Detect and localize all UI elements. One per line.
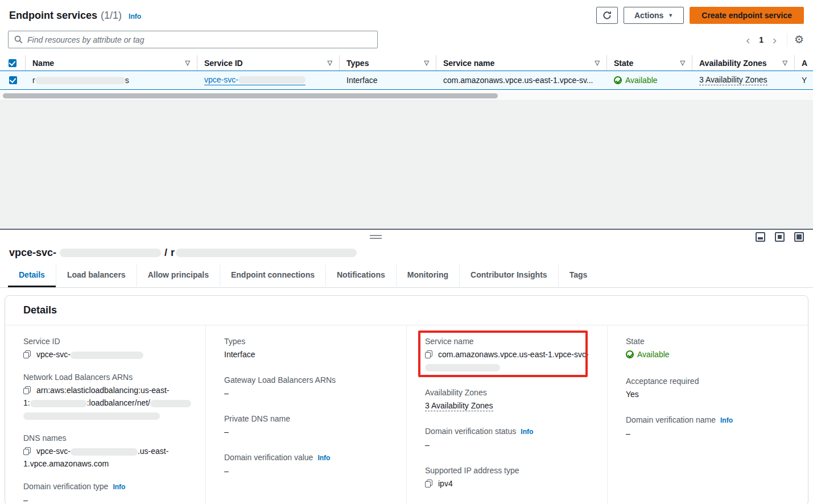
split-panel-drag-handle[interactable] [370, 235, 382, 239]
row-name-end: s [125, 76, 129, 85]
domain-verification-value-label: Domain verification valueInfo [224, 452, 394, 464]
prev-page-icon[interactable]: ‹ [742, 34, 753, 46]
create-endpoint-service-button[interactable]: Create endpoint service [690, 7, 804, 24]
tab-tags[interactable]: Tags [558, 265, 599, 287]
filter-icon[interactable]: ▽ [778, 59, 787, 67]
column-header-acceptance-label: A [802, 59, 807, 68]
current-page[interactable]: 1 [756, 35, 767, 44]
copy-icon[interactable] [425, 480, 432, 488]
column-header-acceptance[interactable]: A [795, 55, 813, 71]
available-check-icon [626, 350, 634, 358]
copy-icon[interactable] [23, 350, 31, 358]
row-checkbox[interactable] [9, 76, 17, 84]
service-name-value: com.amazonaws.vpce.us-east-1.vpce-svc- [425, 348, 595, 373]
filter-icon[interactable]: ▽ [676, 59, 685, 67]
panel-title-service-id: vpce-svc- [9, 247, 56, 259]
field-availability-zones: Availability Zones 3 Availability Zones [425, 387, 595, 412]
column-header-az-label: Availability Zones [699, 59, 767, 68]
domain-verification-name-text: Domain verification name [626, 415, 716, 424]
filter-icon[interactable]: ▽ [181, 59, 190, 67]
search-box[interactable] [8, 31, 378, 48]
glb-arns-value: – [224, 387, 394, 399]
panel-size-medium-icon[interactable] [775, 232, 785, 242]
tab-endpoint-connections[interactable]: Endpoint connections [220, 265, 325, 287]
service-id-link[interactable]: vpce-svc- [204, 75, 306, 85]
dns-name-end: .us-east- [138, 447, 168, 456]
service-id-value: vpce-svc- [23, 348, 193, 361]
details-card-header: Details [5, 296, 808, 325]
page-counter: (1/1) [101, 10, 122, 22]
filter-icon[interactable]: ▽ [323, 59, 332, 67]
next-page-icon[interactable]: › [769, 34, 780, 46]
table-settings-gear-icon[interactable]: ⚙ [794, 34, 804, 45]
info-link[interactable]: Info [113, 483, 125, 491]
redacted-text [71, 448, 138, 456]
row-service-name-cell: com.amazonaws.vpce.us-east-1.vpce-sv... [436, 76, 607, 85]
panel-title-separator: / [164, 247, 167, 259]
column-header-availability-zones[interactable]: Availability Zones ▽ [692, 55, 795, 71]
tab-load-balancers[interactable]: Load balancers [56, 265, 137, 287]
copy-icon[interactable] [23, 447, 31, 455]
copy-icon[interactable] [425, 350, 432, 358]
field-nlb-arns: Network Load Balancers ARNs arn:aws:elas… [23, 371, 193, 422]
split-panel-chrome [0, 230, 813, 245]
tab-notifications[interactable]: Notifications [325, 265, 396, 287]
dns-names-value: vpce-svc-.us-east- 1.vpce.amazonaws.com [23, 445, 193, 470]
redacted-text [176, 249, 357, 257]
refresh-icon [602, 11, 612, 20]
panel-size-large-icon[interactable] [794, 232, 804, 242]
tab-contributor-insights[interactable]: Contributor Insights [459, 265, 558, 287]
header-checkbox-cell [0, 55, 26, 71]
state-label: Available [625, 76, 658, 85]
info-link[interactable]: Info [521, 428, 533, 436]
column-header-service-name[interactable]: Service name ▽ [436, 55, 607, 71]
field-domain-verification-name: Domain verification nameInfo – [626, 414, 795, 440]
domain-verification-name-value: – [626, 427, 795, 440]
details-column-4: State Available Acceptance required Yes … [608, 325, 808, 504]
filter-icon[interactable]: ▽ [420, 59, 429, 67]
availability-zones-value: 3 Availability Zones [425, 399, 595, 412]
search-icon [14, 35, 23, 44]
page-info-link[interactable]: Info [129, 13, 141, 20]
supported-ip-label: Supported IP address type [425, 465, 595, 477]
details-card: Details Service ID vpce-svc- Network Loa… [5, 295, 808, 504]
column-header-state[interactable]: State ▽ [607, 55, 692, 71]
panel-size-controls [756, 232, 804, 242]
field-service-id: Service ID vpce-svc- [23, 336, 193, 361]
info-link[interactable]: Info [317, 454, 330, 462]
tab-details[interactable]: Details [8, 265, 56, 287]
select-all-checkbox[interactable] [9, 59, 16, 67]
pagination: ‹ 1 › ⚙ [742, 33, 804, 47]
tab-bar: Details Load balancers Allow principals … [0, 265, 813, 288]
endpoint-services-table: Name ▽ Service ID ▽ Types ▽ Service name… [0, 55, 813, 90]
actions-button[interactable]: Actions ▼ [624, 7, 684, 24]
availability-zones-link[interactable]: 3 Availability Zones [699, 75, 767, 85]
panel-title-name-start: r [171, 247, 175, 259]
redacted-text [60, 249, 161, 257]
horizontal-scrollbar[interactable] [0, 92, 813, 100]
header-buttons: Actions ▼ Create endpoint service [596, 7, 804, 24]
endpoint-services-section: Endpoint services (1/1) Info Actions ▼ C… [0, 0, 813, 100]
column-header-service-id[interactable]: Service ID ▽ [197, 55, 340, 71]
copy-icon[interactable] [23, 386, 31, 394]
panel-size-small-icon[interactable] [756, 232, 765, 242]
dns-name-start: vpce-svc- [36, 447, 71, 456]
split-panel-title: vpce-svc- / r [0, 245, 813, 265]
table-row[interactable]: rs vpce-svc- Interface com.amazonaws.vpc… [0, 71, 813, 90]
redacted-text [23, 412, 160, 420]
column-header-types[interactable]: Types ▽ [340, 55, 436, 71]
availability-zones-link[interactable]: 3 Availability Zones [425, 401, 493, 411]
nlb-arns-value: arn:aws:elasticloadbalancing:us-east- 1:… [23, 384, 193, 422]
types-value: Interface [224, 348, 394, 361]
state-label: State [626, 336, 795, 348]
column-header-name[interactable]: Name ▽ [26, 55, 197, 71]
field-state: State Available [626, 336, 795, 362]
refresh-button[interactable] [596, 7, 618, 24]
tab-monitoring[interactable]: Monitoring [396, 265, 459, 287]
tab-allow-principals[interactable]: Allow principals [137, 265, 220, 287]
info-link[interactable]: Info [720, 416, 733, 424]
domain-verification-type-text: Domain verification type [23, 482, 108, 491]
search-input[interactable] [27, 35, 372, 44]
scrollbar-thumb[interactable] [3, 93, 498, 98]
filter-icon[interactable]: ▽ [591, 59, 600, 67]
